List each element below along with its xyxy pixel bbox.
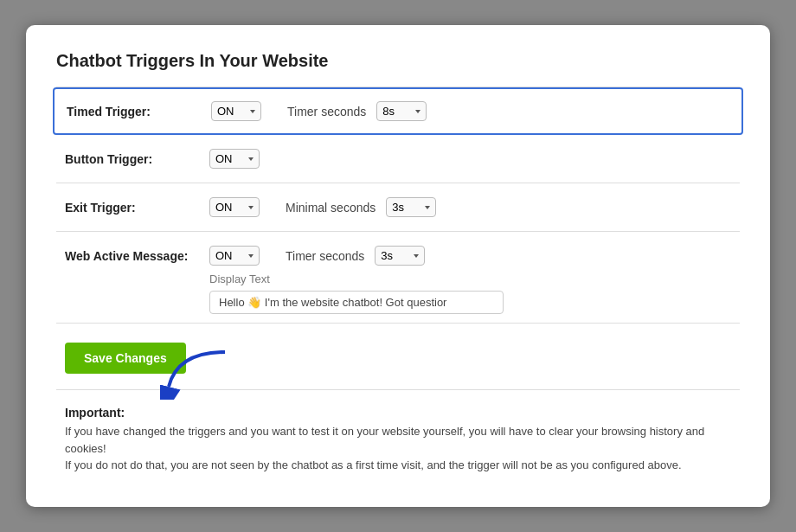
- display-text-label: Display Text: [209, 272, 731, 285]
- timed-trigger-label: Timed Trigger:: [67, 105, 201, 119]
- timed-trigger-timer-select[interactable]: 1s2s3s4s5s8s10s15s20s30s: [376, 101, 427, 121]
- web-active-row: Web Active Message: ON OFF Timer seconds…: [65, 246, 731, 266]
- save-changes-button[interactable]: Save Changes: [65, 343, 186, 374]
- exit-trigger-label: Exit Trigger:: [65, 201, 199, 215]
- button-trigger-label: Button Trigger:: [65, 152, 199, 166]
- important-line2: If you do not do that, you are not seen …: [65, 457, 731, 474]
- main-card: Chatbot Triggers In Your Website Timed T…: [26, 25, 770, 507]
- save-section: Save Changes: [56, 324, 740, 390]
- important-section: Important: If you have changed the trigg…: [56, 390, 740, 481]
- button-trigger-status-select[interactable]: ON OFF: [209, 149, 260, 169]
- web-active-timer-select[interactable]: 1s2s3s4s5s: [375, 246, 425, 266]
- web-active-timer-label: Timer seconds: [286, 249, 364, 263]
- exit-trigger-status-select[interactable]: ON OFF: [209, 197, 260, 217]
- web-active-status-select[interactable]: ON OFF: [209, 246, 260, 266]
- web-active-section: Web Active Message: ON OFF Timer seconds…: [56, 232, 740, 324]
- page-title: Chatbot Triggers In Your Website: [56, 51, 740, 71]
- exit-trigger-row: Exit Trigger: ON OFF Minimal seconds 1s2…: [56, 183, 740, 232]
- timed-trigger-timer-label: Timer seconds: [287, 105, 366, 119]
- exit-trigger-minimal-label: Minimal seconds: [286, 201, 376, 215]
- display-text-input[interactable]: [209, 291, 504, 314]
- timed-trigger-status-select[interactable]: ON OFF: [211, 101, 261, 121]
- exit-trigger-minimal-select[interactable]: 1s2s3s4s5s: [386, 197, 436, 217]
- timed-trigger-row: Timed Trigger: ON OFF Timer seconds 1s2s…: [53, 87, 743, 135]
- web-active-label: Web Active Message:: [65, 249, 199, 263]
- important-line1: If you have changed the triggers and you…: [65, 423, 731, 457]
- button-trigger-row: Button Trigger: ON OFF: [56, 135, 740, 183]
- important-title: Important:: [65, 406, 731, 420]
